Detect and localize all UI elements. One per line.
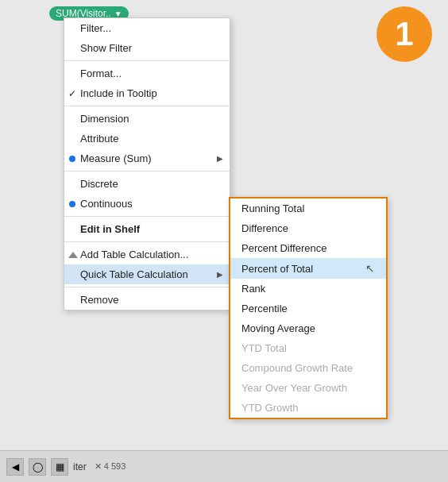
submenu-compound-growth-rate: Compound Growth Rate (230, 358, 386, 378)
edit-in-shelf-label: Edit in Shelf (80, 223, 140, 235)
bottom-bar: ◀ ◯ ▦ iter ✕ 4 593 (0, 450, 448, 482)
menu-quick-table-calc[interactable]: Quick Table Calculation ▶ (64, 264, 230, 284)
dimension-label: Dimension (80, 113, 129, 125)
submenu-running-total[interactable]: Running Total (230, 199, 386, 218)
triangle-icon (68, 252, 78, 258)
measure-sum-label: Measure (Sum) (80, 152, 152, 164)
compound-growth-rate-label: Compound Growth Rate (241, 362, 353, 374)
nav-add-button[interactable]: ◯ (29, 458, 46, 476)
arrow-icon-measure: ▶ (217, 154, 223, 163)
context-menu: Filter... Show Filter Format... ✓ Includ… (64, 17, 230, 310)
menu-filter[interactable]: Filter... (64, 18, 230, 38)
count-label: ✕ 4 593 (95, 461, 126, 472)
running-total-label: Running Total (241, 202, 304, 214)
year-over-year-growth-label: Year Over Year Growth (241, 382, 347, 394)
difference-label: Difference (241, 222, 288, 234)
divider-6 (64, 287, 230, 287)
submenu-ytd-growth: YTD Growth (230, 398, 386, 418)
caret-icon: ▼ (114, 10, 122, 18)
add-table-calc-label: Add Table Calculation... (80, 249, 188, 260)
menu-add-table-calc[interactable]: Add Table Calculation... (64, 245, 230, 264)
divider-4 (64, 216, 230, 217)
discrete-label: Discrete (80, 178, 118, 190)
submenu-rank[interactable]: Rank (230, 279, 386, 299)
menu-attribute[interactable]: Attribute (64, 129, 230, 148)
continuous-label: Continuous (80, 198, 133, 210)
submenu-percent-difference[interactable]: Percent Difference (230, 238, 386, 258)
remove-label: Remove (80, 294, 118, 306)
menu-remove[interactable]: Remove (64, 290, 230, 310)
rank-label: Rank (241, 283, 265, 295)
submenu-percentile[interactable]: Percentile (230, 299, 386, 318)
sheet-label: iter (73, 461, 87, 472)
nav-back-button[interactable]: ◀ (6, 458, 24, 476)
menu-discrete[interactable]: Discrete (64, 174, 230, 194)
percent-difference-label: Percent Difference (241, 242, 326, 254)
divider-3 (64, 171, 230, 172)
show-filter-label: Show Filter (80, 42, 132, 54)
divider-5 (64, 241, 230, 242)
menu-measure-sum[interactable]: Measure (Sum) ▶ (64, 148, 230, 168)
menu-continuous[interactable]: Continuous (64, 194, 230, 214)
check-icon: ✓ (68, 88, 76, 99)
menu-dimension[interactable]: Dimension (64, 109, 230, 129)
format-label: Format... (80, 67, 122, 79)
filter-label: Filter... (80, 22, 111, 34)
moving-average-label: Moving Average (241, 322, 315, 334)
radio-dot-continuous (69, 201, 75, 207)
divider-1 (64, 60, 230, 61)
submenu-ytd-total: YTD Total (230, 338, 386, 358)
menu-show-filter[interactable]: Show Filter (64, 38, 230, 58)
submenu-moving-average[interactable]: Moving Average (230, 318, 386, 338)
cursor-icon: ↖ (365, 262, 375, 275)
submenu-percent-of-total[interactable]: Percent of Total ↖ (230, 258, 386, 279)
badge-number: 1 (395, 15, 413, 53)
menu-format[interactable]: Format... (64, 64, 230, 83)
radio-dot-measure (69, 156, 75, 162)
divider-2 (64, 106, 230, 106)
quick-table-calc-submenu: Running Total Difference Percent Differe… (229, 197, 388, 419)
menu-include-tooltip[interactable]: ✓ Include in Tooltip (64, 83, 230, 103)
percent-of-total-label: Percent of Total (241, 263, 313, 275)
menu-edit-in-shelf[interactable]: Edit in Shelf (64, 219, 230, 239)
ytd-growth-label: YTD Growth (241, 402, 299, 414)
step-badge: 1 (377, 6, 432, 62)
attribute-label: Attribute (80, 133, 118, 145)
nav-duplicate-button[interactable]: ▦ (51, 458, 68, 476)
ytd-total-label: YTD Total (241, 342, 287, 354)
submenu-difference[interactable]: Difference (230, 218, 386, 238)
submenu-year-over-year-growth: Year Over Year Growth (230, 378, 386, 398)
quick-table-calc-label: Quick Table Calculation (80, 268, 188, 280)
percentile-label: Percentile (241, 303, 288, 314)
arrow-icon-qtc: ▶ (217, 270, 223, 279)
include-tooltip-label: Include in Tooltip (80, 87, 157, 99)
